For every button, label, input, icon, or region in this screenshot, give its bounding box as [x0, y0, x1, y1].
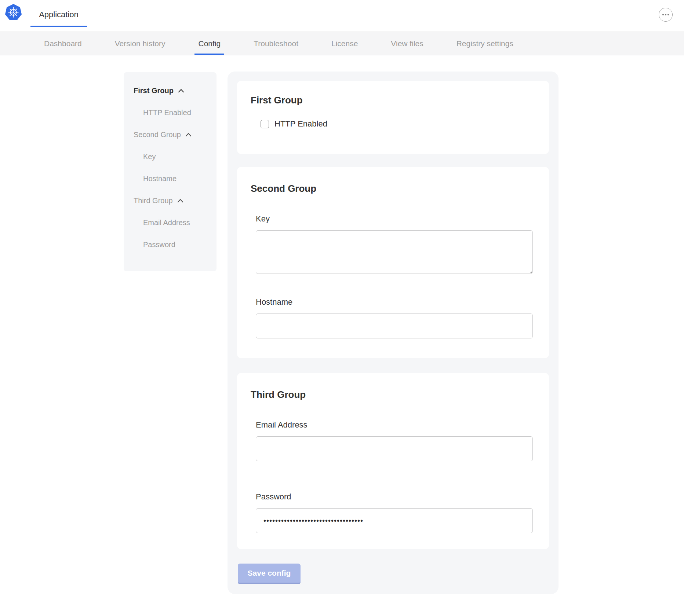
- config-group-card-first: First Group HTTP Enabled: [237, 81, 549, 154]
- nav-tab-troubleshoot[interactable]: Troubleshoot: [254, 32, 298, 55]
- email-address-field: Email Address: [251, 420, 535, 461]
- app-tab-label: Application: [39, 10, 79, 19]
- password-field: Password: [251, 492, 535, 533]
- nav-tab-config[interactable]: Config: [198, 32, 221, 55]
- nav-tab-license[interactable]: License: [331, 32, 358, 55]
- sidebar-item-first-group[interactable]: First Group: [134, 80, 217, 102]
- config-group-card-second: Second Group Key Hostname: [237, 167, 549, 358]
- sidebar-item-hostname[interactable]: Hostname: [134, 168, 217, 190]
- sidebar-item-label: Second Group: [134, 131, 181, 139]
- config-group-card-third: Third Group Email Address Password: [237, 373, 549, 549]
- nav-tab-registry-settings[interactable]: Registry settings: [456, 32, 513, 55]
- group-title: Second Group: [251, 183, 535, 194]
- group-title: Third Group: [251, 389, 535, 400]
- nav-tab-view-files[interactable]: View files: [391, 32, 423, 55]
- sidebar-item-label: First Group: [134, 87, 174, 95]
- chevron-up-icon: [185, 133, 192, 137]
- sidebar-item-label: Hostname: [143, 175, 177, 183]
- field-label: Email Address: [256, 420, 535, 430]
- sidebar-item-label: Email Address: [143, 219, 190, 227]
- http-enabled-checkbox-row[interactable]: HTTP Enabled: [251, 119, 535, 129]
- sidebar-item-label: HTTP Enabled: [143, 109, 191, 117]
- chevron-up-icon: [178, 89, 184, 93]
- sidebar-item-label: Key: [143, 153, 156, 161]
- config-sidebar: First Group HTTP Enabled Second Group Ke…: [124, 72, 217, 271]
- chevron-up-icon: [177, 199, 183, 203]
- app-header: Application: [0, 0, 684, 32]
- sidebar-item-second-group[interactable]: Second Group: [134, 124, 217, 146]
- sidebar-item-key[interactable]: Key: [134, 146, 217, 168]
- password-input[interactable]: [256, 508, 533, 533]
- field-label: Key: [256, 214, 535, 224]
- ellipsis-icon: [662, 14, 669, 15]
- sidebar-item-http-enabled[interactable]: HTTP Enabled: [134, 102, 217, 124]
- sidebar-item-password[interactable]: Password: [134, 234, 217, 256]
- group-title: First Group: [251, 95, 535, 106]
- active-tab-underline: [30, 26, 87, 27]
- save-config-button[interactable]: Save config: [238, 564, 301, 584]
- http-enabled-checkbox[interactable]: [261, 120, 269, 128]
- tab-application[interactable]: Application: [30, 0, 87, 29]
- email-address-input[interactable]: [256, 436, 533, 461]
- sidebar-item-label: Password: [143, 241, 175, 249]
- nav-tab-dashboard[interactable]: Dashboard: [44, 32, 82, 55]
- field-label: Hostname: [256, 297, 535, 307]
- hostname-input[interactable]: [256, 314, 533, 338]
- kubernetes-logo-icon: [5, 4, 22, 21]
- field-label: Password: [256, 492, 535, 502]
- key-textarea[interactable]: [256, 230, 533, 274]
- nav-tab-version-history[interactable]: Version history: [115, 32, 165, 55]
- sidebar-item-email-address[interactable]: Email Address: [134, 212, 217, 234]
- config-panel: First Group HTTP Enabled Second Group Ke…: [228, 72, 559, 594]
- more-menu-button[interactable]: [659, 8, 673, 22]
- checkbox-label: HTTP Enabled: [274, 119, 327, 129]
- app-nav: Dashboard Version history Config Trouble…: [0, 32, 684, 55]
- sidebar-item-label: Third Group: [134, 197, 173, 205]
- key-field: Key: [251, 214, 535, 274]
- hostname-field: Hostname: [251, 297, 535, 338]
- sidebar-item-third-group[interactable]: Third Group: [134, 190, 217, 212]
